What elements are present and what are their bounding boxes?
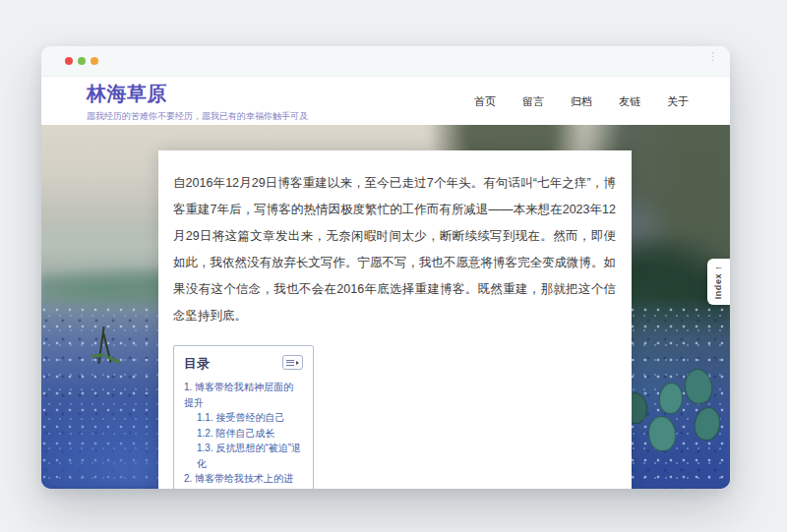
index-back-to-top-tab[interactable]: Index ↑ — [707, 259, 730, 305]
site-tagline: 愿我经历的苦难你不要经历，愿我已有的幸福你触手可及 — [87, 110, 308, 123]
hero-background-painting: 自2016年12月29日博客重建以来，至今已走过7个年头。有句话叫“七年之痒”，… — [41, 125, 730, 489]
toc-item[interactable]: 2. 博客带给我技术上的进步 — [184, 471, 303, 489]
nav-link[interactable]: 归档 — [571, 94, 592, 109]
nav-link[interactable]: 关于 — [667, 94, 689, 109]
nav-link[interactable]: 友链 — [619, 94, 640, 109]
table-of-contents: 目录 1. 博客带给我精神层面的提升 1.1. 接受曾经的自己 — [173, 345, 314, 489]
toc-item[interactable]: 1. 博客带给我精神层面的提升 — [184, 380, 303, 410]
toc-list: 1. 博客带给我精神层面的提升 1.1. 接受曾经的自己 1.2. 陪伴自己成长… — [184, 380, 303, 489]
toc-title: 目录 — [184, 355, 210, 373]
traffic-light-close-icon[interactable] — [65, 57, 73, 65]
caret-icon — [296, 361, 299, 365]
traffic-light-zoom-icon[interactable] — [91, 57, 98, 65]
toc-item[interactable]: 1.2. 陪伴自己成长 — [184, 426, 303, 442]
browser-chrome: ⋮ — [41, 46, 730, 77]
browser-window: ⋮ 林海草原 愿我经历的苦难你不要经历，愿我已有的幸福你触手可及 首页 留言 归… — [41, 46, 730, 489]
toc-item[interactable]: 1.1. 接受曾经的自己 — [184, 410, 303, 426]
toc-item[interactable]: 1.3. 反抗思想的“被迫”退化 — [184, 441, 303, 471]
overflow-menu-icon[interactable]: ⋮ — [707, 51, 718, 61]
nav-link[interactable]: 首页 — [474, 94, 496, 109]
site-title[interactable]: 林海草原 — [87, 81, 308, 107]
nav-link[interactable]: 留言 — [522, 94, 544, 109]
article-card: 自2016年12月29日博客重建以来，至今已走过7个年头。有句话叫“七年之痒”，… — [158, 150, 632, 489]
main-nav: 首页 留言 归档 友链 关于 — [474, 94, 689, 109]
toc-toggle-button[interactable] — [282, 355, 303, 370]
article-intro-paragraph: 自2016年12月29日博客重建以来，至今已走过7个年头。有句话叫“七年之痒”，… — [173, 170, 616, 329]
index-tab-label: Index ↑ — [714, 265, 724, 299]
site-header: 林海草原 愿我经历的苦难你不要经历，愿我已有的幸福你触手可及 首页 留言 归档 … — [41, 77, 730, 126]
branding: 林海草原 愿我经历的苦难你不要经历，愿我已有的幸福你触手可及 — [87, 81, 308, 123]
list-icon — [286, 360, 294, 366]
traffic-light-minimize-icon[interactable] — [78, 57, 86, 65]
page: ⋮ 林海草原 愿我经历的苦难你不要经历，愿我已有的幸福你触手可及 首页 留言 归… — [0, 0, 787, 532]
